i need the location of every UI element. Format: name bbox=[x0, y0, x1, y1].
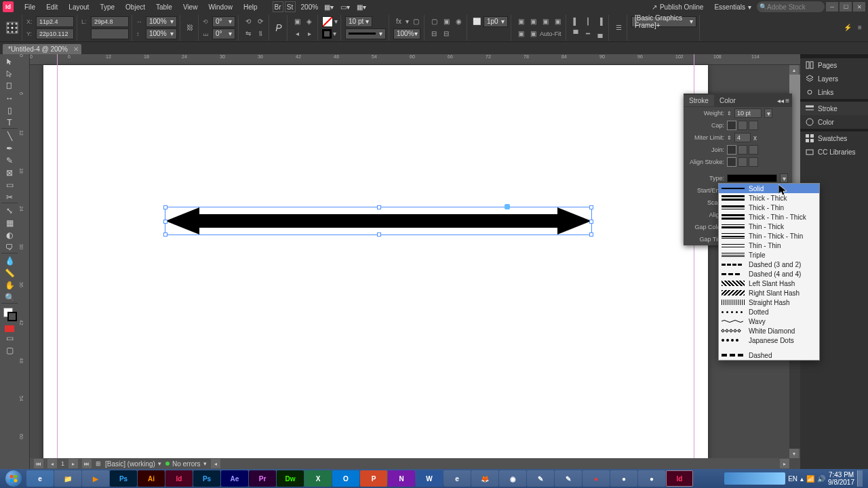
stroke-type-control[interactable]: ▾ bbox=[345, 28, 386, 39]
view-mode-icon[interactable]: ▭ bbox=[1, 332, 18, 344]
type-select[interactable] bbox=[727, 174, 777, 182]
first-page-button[interactable]: ⏮ bbox=[34, 459, 43, 468]
panel-menu-icon[interactable]: ≡ bbox=[785, 97, 789, 104]
stock-icon[interactable]: St bbox=[285, 1, 296, 12]
type-option-solid[interactable]: Solid bbox=[719, 184, 819, 193]
align-left-icon[interactable]: ▌ bbox=[570, 16, 581, 27]
gradient-feather-tool[interactable]: ◐ bbox=[1, 229, 18, 241]
taskbar-explorer[interactable]: 📁 bbox=[54, 470, 81, 487]
type-option-thick-thin-thick[interactable]: Thick - Thin - Thick bbox=[719, 212, 819, 222]
x-input[interactable] bbox=[36, 16, 74, 27]
y-input[interactable] bbox=[36, 28, 74, 39]
type-option-thin-thin[interactable]: Thin - Thin bbox=[719, 241, 819, 250]
scissors-tool[interactable]: ✂ bbox=[1, 191, 18, 203]
join-bevel-button[interactable] bbox=[749, 145, 758, 155]
taskbar-chrome[interactable]: ◉ bbox=[499, 470, 526, 487]
selection-anchor[interactable] bbox=[505, 204, 510, 209]
measure-tool[interactable]: 📏 bbox=[1, 267, 18, 279]
wrap-shape-icon[interactable]: ◉ bbox=[453, 16, 464, 27]
join-miter-button[interactable] bbox=[727, 145, 736, 155]
type-option-thick-thin[interactable]: Thick - Thin bbox=[719, 203, 819, 212]
scroll-right-button[interactable]: ▸ bbox=[780, 459, 789, 468]
collapse-icon[interactable]: ◂◂ bbox=[777, 97, 784, 104]
wrap-none-icon[interactable]: ▢ bbox=[429, 16, 439, 27]
menu-view[interactable]: View bbox=[178, 1, 203, 13]
drop-shadow-icon[interactable]: ▢ bbox=[410, 16, 421, 27]
fill-stroke-swatch[interactable] bbox=[3, 308, 16, 320]
corner-icon[interactable]: ⬜ bbox=[471, 16, 482, 27]
screen-mode-icon[interactable]: ▭▾ bbox=[340, 1, 351, 12]
cap-square-button[interactable] bbox=[749, 121, 758, 130]
type-option-thin-thick[interactable]: Thin - Thick bbox=[719, 222, 819, 231]
taskbar-id[interactable]: Id bbox=[165, 470, 193, 487]
w-input[interactable] bbox=[91, 16, 129, 27]
taskbar-onenote[interactable]: N bbox=[388, 470, 415, 487]
cap-butt-button[interactable] bbox=[727, 121, 736, 130]
type-option-thin-thick-thin[interactable]: Thin - Thick - Thin bbox=[719, 231, 819, 241]
taskbar-excel[interactable]: X bbox=[304, 470, 332, 487]
wrap-bbox-icon[interactable]: ▣ bbox=[441, 16, 452, 27]
color-tab[interactable]: Color bbox=[714, 95, 741, 106]
type-option-right-slant[interactable]: Right Slant Hash bbox=[719, 288, 819, 298]
bridge-icon[interactable]: Br bbox=[273, 1, 283, 12]
line-tool[interactable]: ╲ bbox=[1, 130, 18, 142]
type-option-dashed-3-2[interactable]: Dashed (3 and 2) bbox=[719, 260, 819, 269]
vertical-ruler[interactable]: 0612182430364248546066 bbox=[19, 54, 30, 469]
type-option-dashed[interactable]: Dashed bbox=[719, 350, 819, 360]
taskbar-firefox[interactable]: 🦊 bbox=[471, 470, 498, 487]
fit-prop-icon[interactable]: ▣ bbox=[515, 28, 526, 39]
miter-input[interactable] bbox=[734, 133, 751, 142]
flip-h-icon[interactable]: ⇋ bbox=[243, 28, 254, 39]
align-bot-icon[interactable]: ▄ bbox=[595, 28, 606, 39]
menu-edit[interactable]: Edit bbox=[41, 1, 63, 13]
align-top-icon[interactable]: ▀ bbox=[570, 28, 581, 39]
type-tool[interactable]: T bbox=[1, 117, 18, 129]
menu-type[interactable]: Type bbox=[94, 1, 120, 13]
tray-lang[interactable]: EN bbox=[788, 475, 797, 483]
workspace-select[interactable]: Essentials▾ bbox=[709, 2, 757, 12]
flip-v-icon[interactable]: ⥮ bbox=[255, 28, 266, 39]
pencil-tool[interactable]: ✎ bbox=[1, 155, 18, 167]
screen-mode-tool[interactable]: ▢ bbox=[1, 344, 18, 357]
close-icon[interactable]: ✕ bbox=[73, 45, 79, 53]
gradient-swatch-tool[interactable]: ▦ bbox=[1, 217, 18, 229]
taskbar-media[interactable]: ▶ bbox=[82, 470, 109, 487]
pages-panel-tab[interactable]: Pages bbox=[800, 58, 868, 72]
selection-tool[interactable] bbox=[1, 56, 18, 68]
taskbar-app1[interactable]: ✎ bbox=[527, 470, 554, 487]
apply-color-icon[interactable] bbox=[5, 325, 14, 332]
swatches-panel-tab[interactable]: Swatches bbox=[800, 131, 868, 145]
wrap-jump-icon[interactable]: ⊟ bbox=[429, 28, 439, 39]
select-next-icon[interactable]: ▸ bbox=[304, 28, 315, 39]
view-options-icon[interactable]: ▦▾ bbox=[323, 1, 334, 12]
type-option-straight-hash[interactable]: Straight Hash bbox=[719, 298, 819, 307]
type-option-japanese-dots[interactable]: Japanese Dots bbox=[719, 336, 819, 345]
taskbar-edge[interactable]: e bbox=[443, 470, 471, 487]
text-frame-opts-icon[interactable]: ☰ bbox=[613, 22, 624, 33]
tray-vol-icon[interactable]: 🔊 bbox=[817, 475, 825, 483]
rotate-cw-icon[interactable]: ⟳ bbox=[255, 16, 266, 27]
scalex-input[interactable]: 100%▾ bbox=[146, 16, 177, 27]
scaley-input[interactable]: 100%▾ bbox=[146, 28, 177, 39]
close-button[interactable]: ✕ bbox=[853, 2, 865, 12]
align-right-icon[interactable]: ▐ bbox=[595, 16, 606, 27]
stroke-panel-tab[interactable]: Stroke bbox=[800, 102, 868, 115]
document-tab[interactable]: *Untitled-4 @ 200%✕ bbox=[3, 44, 81, 54]
fill-swatch[interactable] bbox=[322, 16, 333, 27]
links-panel-tab[interactable]: Links bbox=[800, 85, 868, 99]
taskbar-id-active[interactable]: Id bbox=[666, 470, 693, 487]
preflight-status[interactable]: No errors ▾ bbox=[165, 460, 207, 468]
tray-net-icon[interactable]: 📶 bbox=[806, 475, 814, 483]
arrange-icon[interactable]: ▦▾ bbox=[356, 1, 367, 12]
content-collector-tool[interactable]: ▯ bbox=[1, 104, 18, 117]
taskbar-ai[interactable]: Ai bbox=[138, 470, 165, 487]
zoom-tool[interactable]: 🔍 bbox=[1, 291, 18, 304]
page-tool[interactable] bbox=[1, 80, 18, 92]
controlbar-menu-icon[interactable]: ≡ bbox=[854, 22, 865, 33]
menu-file[interactable]: File bbox=[19, 1, 41, 13]
align-outside-button[interactable] bbox=[749, 157, 758, 167]
system-tray[interactable]: EN ▴ 📶 🔊 7:43 PM9/8/2017 bbox=[720, 470, 867, 487]
gap-tool[interactable]: ↔ bbox=[1, 92, 18, 104]
taskbar-pr[interactable]: Pr bbox=[249, 470, 276, 487]
taskbar-app3[interactable]: ● bbox=[610, 470, 637, 487]
